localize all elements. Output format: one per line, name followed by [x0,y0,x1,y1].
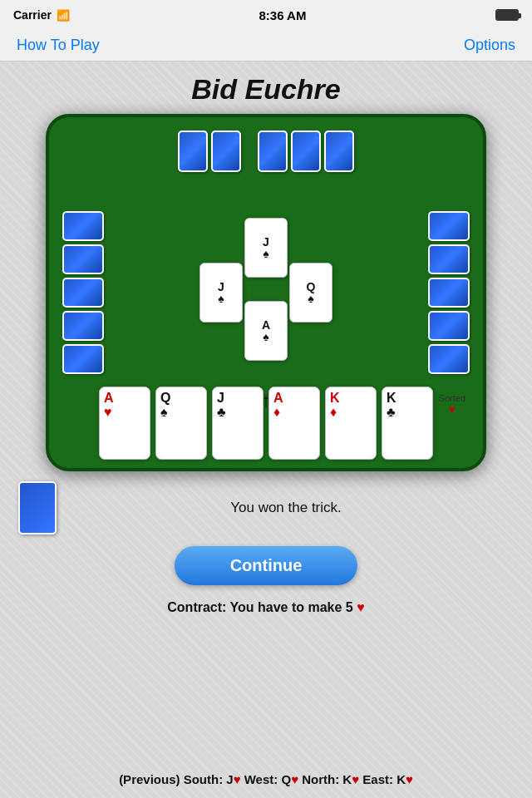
card-table: J ♠ J ♠ Q ♠ A ♠ ↑ A ♥ Q ♠ J ♣ [46,114,486,471]
north-card-2 [211,131,241,172]
hand-card-5[interactable]: K ♣ [382,387,433,460]
east-cards [428,211,470,374]
prev-west-label: West: Q [244,772,291,786]
east-card-4 [428,311,470,341]
north-cards [178,131,354,172]
previous-trick-line: (Previous) South: J♥ West: Q♥ North: K♥ … [0,772,532,786]
west-card-5 [62,344,104,374]
north-group-1 [178,131,241,172]
wifi-icon: 📶 [57,9,70,22]
won-trick-area: You won the trick. [0,481,532,534]
continue-button[interactable]: Continue [175,546,357,585]
player-hand: A ♥ Q ♠ J ♣ A ♦ K ♦ K ♣ Sorted ♥ [58,387,474,460]
prev-east-label: East: K [362,772,406,786]
battery-indicator [495,9,519,21]
status-bar: Carrier 📶 8:36 AM [0,0,532,30]
trick-card-south: A ♠ [244,301,288,361]
nav-bar: How To Play Options [0,30,532,62]
east-card-2 [428,244,470,274]
time-label: 8:36 AM [259,8,306,22]
west-cards [62,211,104,374]
east-card-3 [428,278,470,308]
sorted-label: Sorted ♥ [439,393,466,416]
carrier-label: Carrier [13,8,52,22]
trick-card-east: Q ♠ [289,263,332,323]
west-card-4 [62,311,104,341]
north-group-2 [258,131,354,172]
prev-north-label: North: K [302,772,352,786]
trick-card-west: J ♠ [200,263,243,323]
hand-card-1[interactable]: Q ♠ [155,387,207,460]
north-card-5 [324,131,354,172]
trick-card-north: J ♠ [244,218,288,278]
how-to-play-link[interactable]: How To Play [17,37,100,54]
west-card-3 [62,278,104,308]
contract-line: Contract: You have to make 5 ♥ [0,597,532,618]
won-trick-card [18,481,57,534]
north-card-1 [178,131,208,172]
hand-card-4[interactable]: K ♦ [325,387,377,460]
page-title: Bid Euchre [0,62,532,114]
east-card-5 [428,344,470,374]
status-left: Carrier 📶 [13,8,70,22]
east-card-1 [428,211,470,241]
west-card-2 [62,244,104,274]
north-card-3 [258,131,288,172]
north-card-4 [291,131,321,172]
options-link[interactable]: Options [464,37,515,54]
prev-south-label: (Previous) South: J [119,772,234,786]
west-card-1 [62,211,104,241]
hand-card-0[interactable]: A ♥ [99,387,150,460]
won-trick-text: You won the trick. [73,500,532,516]
hand-card-2[interactable]: J ♣ [212,387,264,460]
hand-card-3[interactable]: A ♦ [268,387,320,460]
